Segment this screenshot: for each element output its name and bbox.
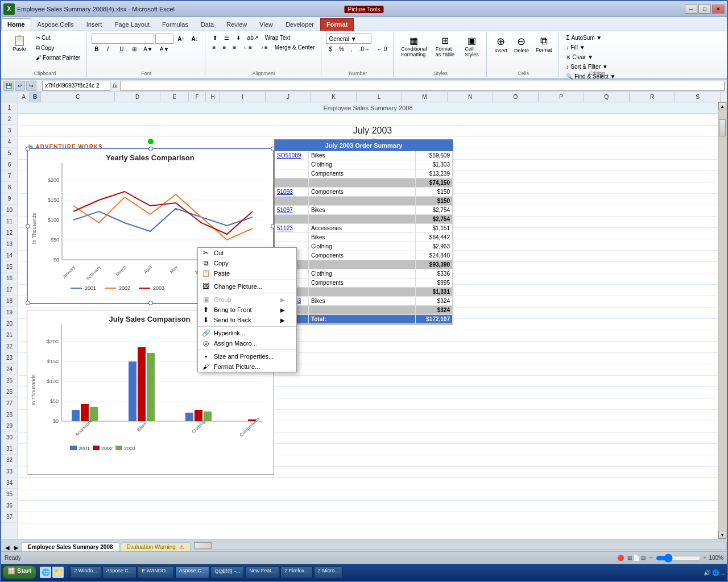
quick-redo-button[interactable]: ↪ (26, 81, 36, 91)
percent-button[interactable]: % (336, 45, 347, 53)
h-scroll-thumb[interactable] (195, 542, 212, 549)
sort-filter-button[interactable]: ↕ Sort & Filter ▼ (563, 63, 610, 71)
increase-decimal-button[interactable]: .0→ (357, 45, 373, 53)
col-header-e[interactable]: E (160, 92, 189, 102)
tab-aspose[interactable]: Aspose.Cells (31, 18, 80, 31)
align-center-button[interactable]: ≡ (220, 43, 229, 52)
tab-home[interactable]: Home (1, 18, 31, 31)
fill-button[interactable]: ↓ Fill ▼ (563, 43, 588, 52)
conditional-formatting-button[interactable]: ▦ ConditionalFormatting (398, 34, 429, 59)
col-header-c[interactable]: C (41, 92, 115, 102)
fill-color-button[interactable]: A▼ (140, 45, 156, 53)
ctx-group[interactable]: ▣ Group ▶ (198, 294, 296, 305)
col-header-d[interactable]: D (115, 92, 160, 102)
col-header-l[interactable]: L (357, 92, 402, 102)
align-left-button[interactable]: ≡ (210, 43, 219, 52)
page-layout-view-icon[interactable]: 📄 (633, 555, 640, 561)
rotate-handle[interactable] (148, 139, 154, 144)
paste-button[interactable]: 📋 Paste (7, 34, 32, 53)
font-name-combo[interactable] (92, 34, 154, 44)
handle-bl[interactable] (26, 301, 30, 305)
col-header-f[interactable]: F (189, 92, 206, 102)
tab-developer[interactable]: Developer (279, 18, 320, 31)
increase-font-button[interactable]: A↑ (175, 35, 187, 43)
ctx-assign-macro[interactable]: ◎ Assign Macro... (198, 338, 296, 348)
spreadsheet-body[interactable]: Employee Sales Summary 2008 July 2003 Sa… (18, 102, 727, 539)
taskbar-item-8[interactable]: 2 Micro... (314, 566, 343, 579)
tab-formulas[interactable]: Formulas (156, 18, 195, 31)
maximize-button[interactable]: □ (698, 5, 711, 14)
border-button[interactable]: ⊞ (129, 45, 139, 53)
comma-button[interactable]: , (348, 45, 355, 53)
col-header-i[interactable]: I (220, 92, 266, 102)
col-header-k[interactable]: K (311, 92, 357, 102)
align-middle-button[interactable]: ☰ (221, 34, 232, 42)
zoom-slider[interactable] (656, 555, 701, 561)
name-box[interactable]: x7f4d496937f8c24c 2 (42, 81, 110, 91)
clear-button[interactable]: ✕ Clear ▼ (563, 53, 595, 61)
tab-view[interactable]: View (253, 18, 279, 31)
col-header-s[interactable]: S (675, 92, 721, 102)
col-header-h[interactable]: H (206, 92, 220, 102)
scroll-up-button[interactable]: ▲ (718, 102, 726, 110)
taskbar-item-6[interactable]: New Feat... (245, 566, 279, 579)
decrease-indent-button[interactable]: ←≡ (240, 43, 255, 52)
font-size-combo[interactable] (155, 34, 173, 44)
tab-insert[interactable]: Insert (80, 18, 109, 31)
order-id-5[interactable]: 51093 (275, 188, 309, 196)
sheet-tab-main[interactable]: Employee Sales Summary 2008 (22, 542, 119, 551)
quick-undo-button[interactable]: ↩ (15, 81, 25, 91)
align-right-button[interactable]: ≡ (230, 43, 239, 52)
order-id-9[interactable]: 51123 (275, 224, 309, 232)
cell-styles-button[interactable]: ▣ CellStyles (460, 34, 483, 59)
autosum-button[interactable]: Σ AutoSum ▼ (563, 34, 605, 42)
orientation-button[interactable]: ab↗ (245, 34, 261, 42)
font-color-button[interactable]: A▼ (157, 45, 172, 53)
handle-ml[interactable] (26, 224, 30, 228)
order-id-7[interactable]: 51097 (275, 206, 309, 214)
taskbar-item-1[interactable]: 2 Windo... (70, 566, 101, 579)
format-painter-button[interactable]: 🖌 Format Painter (33, 53, 83, 62)
col-header-m[interactable]: M (402, 92, 448, 102)
quick-launch-1[interactable]: 🌐 (40, 567, 51, 578)
taskbar-item-2[interactable]: Aspose.C... (102, 566, 137, 579)
wrap-text-button[interactable]: Wrap Text (262, 34, 293, 42)
ctx-size-properties[interactable]: ▪ Size and Properties... (198, 351, 296, 361)
col-header-a[interactable]: A (18, 92, 30, 102)
ctx-copy[interactable]: ⧉ Copy (198, 258, 296, 268)
ctx-bring-to-front[interactable]: ⬆ Bring to Front ▶ (198, 305, 296, 315)
col-header-r[interactable]: R (630, 92, 675, 102)
tab-data[interactable]: Data (195, 18, 220, 31)
col-header-q[interactable]: Q (584, 92, 630, 102)
col-header-o[interactable]: O (493, 92, 539, 102)
taskbar-item-4[interactable]: Aspose.C... (175, 566, 210, 579)
ctx-format-picture[interactable]: 🖌 Format Picture... (198, 361, 296, 372)
decrease-font-button[interactable]: A↓ (188, 35, 201, 43)
cut-button[interactable]: ✂ Cut (33, 34, 83, 42)
taskbar-item-3[interactable]: E:\WINDO... (138, 566, 174, 579)
decrease-decimal-button[interactable]: ←.0 (374, 45, 390, 53)
ctx-paste[interactable]: 📋 Paste (198, 268, 296, 278)
align-top-button[interactable]: ⬆ (210, 34, 220, 42)
vertical-scrollbar[interactable]: ▲ ▼ (718, 102, 727, 539)
ctx-send-to-back[interactable]: ⬇ Send to Back ▶ (198, 315, 296, 325)
align-bottom-button[interactable]: ⬇ (233, 34, 243, 42)
format-as-table-button[interactable]: ⊞ Formatas Table (431, 34, 459, 59)
merge-center-button[interactable]: Merge & Center (272, 43, 318, 52)
ctx-cut[interactable]: ✂ Cut (198, 248, 296, 258)
underline-button[interactable]: U (117, 45, 128, 53)
insert-cells-button[interactable]: ⊕ Insert (491, 34, 510, 55)
italic-button[interactable]: I (104, 45, 115, 53)
tab-page-layout[interactable]: Page Layout (108, 18, 156, 31)
page-break-view-icon[interactable]: ⊟ (641, 555, 646, 561)
handle-tl[interactable] (26, 147, 30, 151)
quick-save-button[interactable]: 💾 (3, 81, 14, 91)
col-header-n[interactable]: N (448, 92, 493, 102)
bold-button[interactable]: B (92, 45, 103, 53)
handle-tm[interactable] (148, 147, 153, 151)
tab-format[interactable]: Format (320, 18, 354, 31)
copy-button[interactable]: ⧉ Copy (33, 43, 83, 52)
minimize-button[interactable]: ─ (685, 5, 697, 14)
col-header-b[interactable]: B (30, 92, 41, 102)
zoom-out-button[interactable]: ─ (649, 555, 653, 561)
